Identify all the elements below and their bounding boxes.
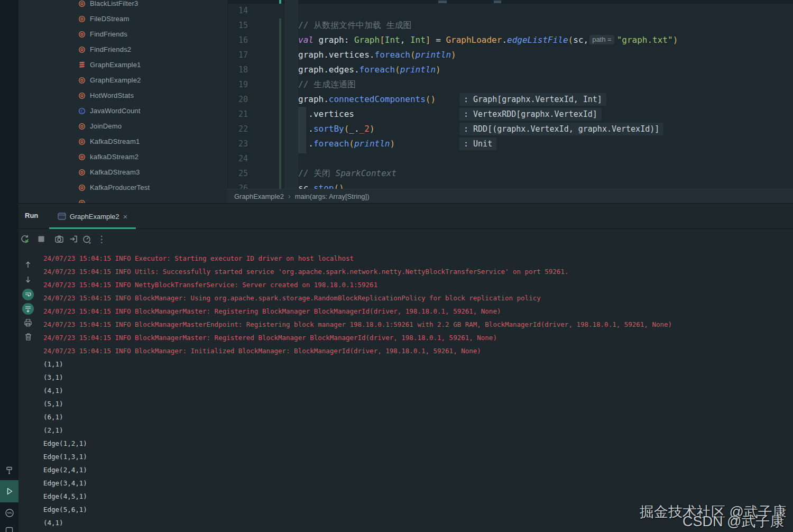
profiler-gauge-icon[interactable] — [80, 232, 94, 246]
type-hint-line-22: : RDD[(graphx.VertexId, graphx.VertexId)… — [459, 123, 663, 135]
console-tab-icon — [58, 213, 66, 220]
run-panel-header: Run GraphExample2 × — [19, 204, 793, 229]
ide-window: BlackListFilter3FileDStreamFindFriendsFi… — [0, 0, 793, 532]
console-stdout-line: Edge(1,2,1) — [43, 437, 786, 450]
scala-object-icon — [78, 77, 86, 84]
line-number: 22 — [228, 122, 248, 136]
editor-pane[interactable]: 14151617181920212223242526 // 从数据文件中加载 生… — [227, 0, 793, 189]
breadcrumb-method[interactable]: main(args: Array[String]) — [295, 192, 370, 200]
scala-object-icon — [78, 123, 86, 130]
breadcrumb-class[interactable]: GraphExample2 — [234, 192, 284, 200]
code-line-14 — [298, 3, 678, 18]
sidebar-item-label: FindFriends2 — [90, 45, 131, 53]
console-log-line: 24/07/23 15:04:15 INFO BlockManagerMaste… — [43, 305, 786, 318]
run-tab-graphexample2[interactable]: GraphExample2 × — [49, 204, 136, 229]
type-hint-line-20: : Graph[graphx.VertexId, Int] — [459, 93, 606, 106]
scala-object-icon — [78, 199, 86, 204]
line-number: 21 — [228, 107, 248, 122]
more-options-kebab-icon[interactable]: ⋮ — [95, 232, 108, 246]
sidebar-item-javawordcount[interactable]: CJavaWordCount — [19, 103, 227, 118]
code-line-16: val graph: Graph[Int, Int] = GraphLoader… — [298, 33, 678, 48]
close-icon[interactable]: × — [123, 212, 128, 221]
scala-object-icon — [78, 92, 86, 99]
sidebar-item-label: FindFriends — [90, 30, 127, 38]
jump-to-source-icon[interactable] — [67, 232, 80, 246]
scala-object-icon — [78, 15, 86, 23]
next-occurrence-icon[interactable] — [19, 275, 38, 284]
scroll-to-end-icon[interactable] — [19, 303, 38, 315]
run-tool-window-button[interactable] — [0, 480, 19, 502]
project-sidebar: BlackListFilter3FileDStreamFindFriendsFi… — [19, 0, 227, 203]
code-line-15: // 从数据文件中加载 生成图 — [298, 18, 678, 33]
line-number: 16 — [228, 33, 248, 48]
sidebar-item-filedstream[interactable]: FileDStream — [19, 11, 227, 26]
soft-wrap-toggle-icon[interactable] — [19, 289, 38, 300]
scala-object-icon — [78, 153, 86, 161]
code-line-17: graph.vertices.foreach(println) — [298, 48, 678, 62]
rerun-icon[interactable] — [18, 232, 32, 246]
sidebar-item-joindemo[interactable]: JoinDemo — [19, 118, 227, 134]
sidebar-item-hotwordstats[interactable]: HotWordStats — [19, 88, 227, 103]
left-tool-stripe — [0, 0, 19, 532]
sidebar-item-label: KafkaProducerTest — [90, 184, 150, 191]
sidebar-item-label: GraphExample2 — [90, 76, 141, 84]
console-log-line: 24/07/23 15:04:15 INFO BlockManagerMaste… — [43, 331, 786, 344]
sidebar-item-label: GraphExample1 — [90, 61, 141, 69]
sidebar-item-graphexample1[interactable]: GraphExample1 — [19, 57, 227, 72]
breadcrumb: GraphExample2 › main(args: Array[String]… — [227, 189, 793, 203]
svg-text:C: C — [80, 108, 83, 113]
sidebar-item-label: kafkaDStream2 — [90, 153, 139, 161]
scala-object-icon — [78, 184, 86, 191]
stop-icon[interactable] — [34, 232, 48, 246]
console-log-line: 24/07/23 15:04:15 INFO BlockManager: Ini… — [43, 344, 786, 357]
scala-object-icon — [78, 138, 86, 145]
code-line-25: // 关闭 SparkContext — [298, 166, 678, 181]
camera-snapshot-icon[interactable] — [52, 232, 66, 246]
java-class-icon: C — [78, 107, 86, 115]
type-hint-line-23: : Unit — [459, 137, 496, 150]
sidebar-item-kafkadstream1[interactable]: KafkaDStream1 — [19, 134, 227, 149]
line-number-gutter: 14151617181920212223242526 — [228, 3, 248, 189]
console-stdout-line: (5,1) — [43, 397, 786, 410]
console-log-line: 24/07/23 15:04:15 INFO Utils: Successful… — [43, 265, 786, 278]
type-hint-line-21: : VertexRDD[graphx.VertexId] — [459, 108, 602, 121]
sidebar-item-kafkadstream3[interactable]: KafkaDStream3 — [19, 164, 227, 180]
print-icon[interactable] — [19, 318, 38, 327]
bottom-tool-icon[interactable] — [0, 527, 19, 532]
breadcrumb-separator-icon: › — [288, 192, 291, 200]
console-stdout-line: (1,1) — [43, 357, 786, 371]
run-panel-title: Run — [25, 212, 38, 219]
sidebar-item-kafkadstream2[interactable]: kafkaDStream2 — [19, 149, 227, 164]
sidebar-item-graphexample2[interactable]: GraphExample2 — [19, 72, 227, 88]
console-stdout-line: (3,1) — [43, 371, 786, 384]
line-number: 17 — [228, 48, 248, 62]
console-log-line: 24/07/23 15:04:15 INFO BlockManagerMaste… — [43, 318, 786, 331]
scala-class-icon — [78, 61, 86, 69]
scroll-mark — [279, 0, 281, 4]
line-number: 23 — [228, 136, 248, 151]
fold-strip — [285, 0, 298, 189]
sidebar-item-label: BlackListFilter3 — [90, 0, 138, 7]
sidebar-item-kafkaproducertest[interactable]: KafkaProducerTest — [19, 180, 227, 195]
clear-all-trash-icon[interactable] — [19, 332, 38, 342]
sidebar-item-blacklistfilter3[interactable]: BlackListFilter3 — [19, 0, 227, 11]
sidebar-item-findfriends[interactable]: FindFriends — [19, 26, 227, 42]
line-number: 25 — [228, 166, 248, 181]
build-hammer-icon[interactable] — [0, 464, 19, 476]
sidebar-item-label: HotWordStats — [90, 91, 134, 99]
line-number: 19 — [228, 77, 248, 92]
code-line-19: // 生成连通图 — [298, 77, 678, 92]
prev-occurrence-icon[interactable] — [19, 260, 38, 269]
todo-tool-icon[interactable] — [0, 507, 19, 519]
run-tab-label: GraphExample2 — [70, 213, 119, 221]
line-number: 14 — [228, 3, 248, 18]
code-line-18: graph.edges.foreach(println) — [298, 62, 678, 77]
console-output: 24/07/23 15:04:15 INFO Executor: Startin… — [43, 252, 786, 529]
console-stdout-line: Edge(2,4,1) — [43, 463, 786, 476]
sidebar-item-findfriends2[interactable]: FindFriends2 — [19, 42, 227, 57]
line-number: 26 — [228, 181, 248, 189]
console-stdout-line: (6,1) — [43, 410, 786, 424]
console-stdout-line: Edge(3,4,1) — [43, 476, 786, 490]
sidebar-item-partial[interactable] — [19, 195, 227, 203]
console-log-line: 24/07/23 15:04:15 INFO Executor: Startin… — [43, 252, 786, 265]
